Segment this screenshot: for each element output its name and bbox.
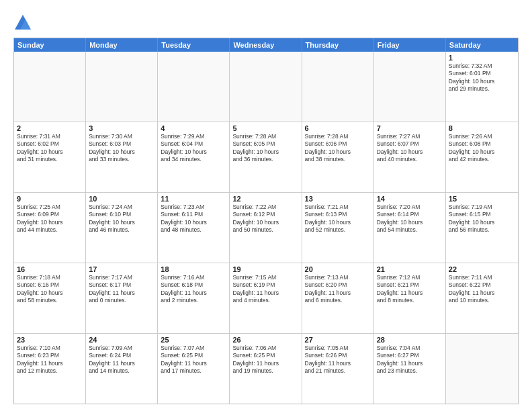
- day-cell-14: 14Sunrise: 7:20 AM Sunset: 6:14 PM Dayli…: [374, 193, 446, 263]
- day-cell-13: 13Sunrise: 7:21 AM Sunset: 6:13 PM Dayli…: [302, 193, 374, 263]
- day-number: 1: [449, 54, 515, 62]
- day-info: Sunrise: 7:22 AM Sunset: 6:12 PM Dayligh…: [232, 203, 298, 234]
- header: [13, 11, 519, 32]
- page: SundayMondayTuesdayWednesdayThursdayFrid…: [0, 0, 532, 411]
- day-info: Sunrise: 7:24 AM Sunset: 6:10 PM Dayligh…: [89, 203, 154, 234]
- day-info: Sunrise: 7:09 AM Sunset: 6:24 PM Dayligh…: [89, 345, 154, 375]
- day-cell-17: 17Sunrise: 7:17 AM Sunset: 6:17 PM Dayli…: [86, 263, 158, 333]
- day-info: Sunrise: 7:16 AM Sunset: 6:18 PM Dayligh…: [161, 274, 226, 305]
- day-info: Sunrise: 7:21 AM Sunset: 6:13 PM Dayligh…: [305, 203, 371, 234]
- day-info: Sunrise: 7:29 AM Sunset: 6:04 PM Dayligh…: [161, 133, 226, 164]
- day-number: 20: [305, 265, 371, 273]
- day-info: Sunrise: 7:25 AM Sunset: 6:09 PM Dayligh…: [17, 203, 83, 234]
- day-cell-25: 25Sunrise: 7:07 AM Sunset: 6:25 PM Dayli…: [158, 334, 230, 404]
- day-cell-6: 6Sunrise: 7:28 AM Sunset: 6:06 PM Daylig…: [302, 122, 374, 192]
- day-cell-empty-0-5: [374, 52, 446, 122]
- header-cell-tuesday: Tuesday: [158, 38, 230, 52]
- day-number: 13: [305, 195, 371, 203]
- day-cell-11: 11Sunrise: 7:23 AM Sunset: 6:11 PM Dayli…: [158, 193, 230, 263]
- day-cell-empty-0-1: [86, 52, 158, 122]
- day-cell-empty-0-4: [302, 52, 374, 122]
- day-number: 15: [449, 195, 515, 203]
- day-info: Sunrise: 7:05 AM Sunset: 6:26 PM Dayligh…: [305, 345, 371, 375]
- day-number: 10: [89, 195, 154, 203]
- day-cell-19: 19Sunrise: 7:15 AM Sunset: 6:19 PM Dayli…: [230, 263, 302, 333]
- calendar-week-4: 16Sunrise: 7:18 AM Sunset: 6:16 PM Dayli…: [14, 263, 518, 333]
- day-cell-16: 16Sunrise: 7:18 AM Sunset: 6:16 PM Dayli…: [14, 263, 86, 333]
- day-cell-empty-0-0: [14, 52, 86, 122]
- day-number: 18: [161, 265, 226, 273]
- day-number: 28: [377, 336, 443, 344]
- calendar-header-row: SundayMondayTuesdayWednesdayThursdayFrid…: [14, 38, 518, 52]
- day-cell-10: 10Sunrise: 7:24 AM Sunset: 6:10 PM Dayli…: [86, 193, 158, 263]
- day-info: Sunrise: 7:20 AM Sunset: 6:14 PM Dayligh…: [377, 203, 443, 234]
- day-number: 16: [17, 265, 83, 273]
- day-info: Sunrise: 7:12 AM Sunset: 6:21 PM Dayligh…: [377, 274, 443, 305]
- day-cell-9: 9Sunrise: 7:25 AM Sunset: 6:09 PM Daylig…: [14, 193, 86, 263]
- day-cell-5: 5Sunrise: 7:28 AM Sunset: 6:05 PM Daylig…: [230, 122, 302, 192]
- header-cell-sunday: Sunday: [14, 38, 86, 52]
- day-info: Sunrise: 7:32 AM Sunset: 6:01 PM Dayligh…: [449, 62, 515, 93]
- day-number: 26: [232, 336, 298, 344]
- day-cell-4: 4Sunrise: 7:29 AM Sunset: 6:04 PM Daylig…: [158, 122, 230, 192]
- day-cell-8: 8Sunrise: 7:26 AM Sunset: 6:08 PM Daylig…: [446, 122, 518, 192]
- day-info: Sunrise: 7:06 AM Sunset: 6:25 PM Dayligh…: [232, 345, 298, 375]
- calendar-body: 1Sunrise: 7:32 AM Sunset: 6:01 PM Daylig…: [14, 52, 518, 404]
- day-number: 7: [377, 124, 443, 132]
- day-number: 5: [232, 124, 298, 132]
- day-number: 2: [17, 124, 83, 132]
- day-info: Sunrise: 7:28 AM Sunset: 6:05 PM Dayligh…: [232, 133, 298, 164]
- day-info: Sunrise: 7:23 AM Sunset: 6:11 PM Dayligh…: [161, 203, 226, 234]
- day-number: 27: [305, 336, 371, 344]
- day-info: Sunrise: 7:19 AM Sunset: 6:15 PM Dayligh…: [449, 203, 515, 234]
- day-cell-12: 12Sunrise: 7:22 AM Sunset: 6:12 PM Dayli…: [230, 193, 302, 263]
- day-info: Sunrise: 7:07 AM Sunset: 6:25 PM Dayligh…: [161, 345, 226, 375]
- day-cell-15: 15Sunrise: 7:19 AM Sunset: 6:15 PM Dayli…: [446, 193, 518, 263]
- day-cell-27: 27Sunrise: 7:05 AM Sunset: 6:26 PM Dayli…: [302, 334, 374, 404]
- day-number: 23: [17, 336, 83, 344]
- calendar-week-2: 2Sunrise: 7:31 AM Sunset: 6:02 PM Daylig…: [14, 122, 518, 192]
- header-cell-thursday: Thursday: [302, 38, 374, 52]
- day-cell-7: 7Sunrise: 7:27 AM Sunset: 6:07 PM Daylig…: [374, 122, 446, 192]
- day-cell-24: 24Sunrise: 7:09 AM Sunset: 6:24 PM Dayli…: [86, 334, 158, 404]
- day-info: Sunrise: 7:17 AM Sunset: 6:17 PM Dayligh…: [89, 274, 154, 305]
- logo: [13, 13, 35, 32]
- day-cell-26: 26Sunrise: 7:06 AM Sunset: 6:25 PM Dayli…: [230, 334, 302, 404]
- day-number: 19: [232, 265, 298, 273]
- day-cell-28: 28Sunrise: 7:04 AM Sunset: 6:27 PM Dayli…: [374, 334, 446, 404]
- day-cell-21: 21Sunrise: 7:12 AM Sunset: 6:21 PM Dayli…: [374, 263, 446, 333]
- day-info: Sunrise: 7:18 AM Sunset: 6:16 PM Dayligh…: [17, 274, 83, 305]
- day-cell-3: 3Sunrise: 7:30 AM Sunset: 6:03 PM Daylig…: [86, 122, 158, 192]
- header-cell-friday: Friday: [374, 38, 446, 52]
- day-info: Sunrise: 7:04 AM Sunset: 6:27 PM Dayligh…: [377, 345, 443, 375]
- day-number: 22: [449, 265, 515, 273]
- day-cell-20: 20Sunrise: 7:13 AM Sunset: 6:20 PM Dayli…: [302, 263, 374, 333]
- calendar-week-1: 1Sunrise: 7:32 AM Sunset: 6:01 PM Daylig…: [14, 52, 518, 122]
- day-number: 14: [377, 195, 443, 203]
- day-cell-2: 2Sunrise: 7:31 AM Sunset: 6:02 PM Daylig…: [14, 122, 86, 192]
- day-number: 4: [161, 124, 226, 132]
- day-info: Sunrise: 7:30 AM Sunset: 6:03 PM Dayligh…: [89, 133, 154, 164]
- calendar-week-3: 9Sunrise: 7:25 AM Sunset: 6:09 PM Daylig…: [14, 192, 518, 263]
- day-cell-empty-0-3: [230, 52, 302, 122]
- day-number: 8: [449, 124, 515, 132]
- day-number: 25: [161, 336, 226, 344]
- day-cell-empty-0-2: [158, 52, 230, 122]
- day-number: 3: [89, 124, 154, 132]
- day-number: 9: [17, 195, 83, 203]
- day-info: Sunrise: 7:27 AM Sunset: 6:07 PM Dayligh…: [377, 133, 443, 164]
- day-cell-22: 22Sunrise: 7:11 AM Sunset: 6:22 PM Dayli…: [446, 263, 518, 333]
- logo-icon: [13, 13, 32, 32]
- day-info: Sunrise: 7:26 AM Sunset: 6:08 PM Dayligh…: [449, 133, 515, 164]
- header-cell-wednesday: Wednesday: [230, 38, 302, 52]
- day-cell-1: 1Sunrise: 7:32 AM Sunset: 6:01 PM Daylig…: [446, 52, 518, 122]
- day-number: 12: [232, 195, 298, 203]
- day-info: Sunrise: 7:31 AM Sunset: 6:02 PM Dayligh…: [17, 133, 83, 164]
- day-info: Sunrise: 7:15 AM Sunset: 6:19 PM Dayligh…: [232, 274, 298, 305]
- day-info: Sunrise: 7:10 AM Sunset: 6:23 PM Dayligh…: [17, 345, 83, 375]
- day-number: 21: [377, 265, 443, 273]
- calendar-week-5: 23Sunrise: 7:10 AM Sunset: 6:23 PM Dayli…: [14, 333, 518, 404]
- day-number: 17: [89, 265, 154, 273]
- calendar: SundayMondayTuesdayWednesdayThursdayFrid…: [13, 38, 519, 404]
- day-number: 6: [305, 124, 371, 132]
